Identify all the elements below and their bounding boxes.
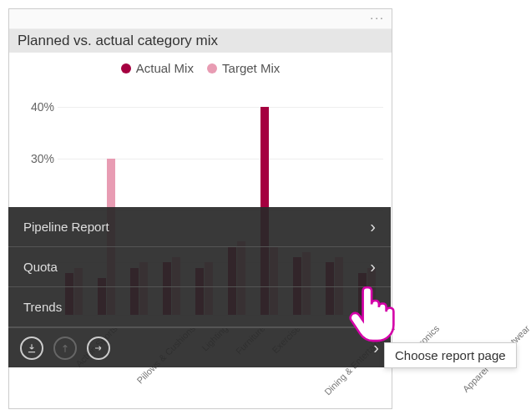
menu-item-label: Quota [23, 260, 58, 274]
x-label: Apparel and Footwear [460, 323, 531, 421]
legend-target: Target Mix [207, 61, 280, 75]
menu-item-quota[interactable]: Quota › [8, 247, 391, 287]
card-header: ··· [9, 9, 392, 29]
y-tick: 40% [31, 100, 54, 114]
legend-label-actual: Actual Mix [136, 61, 194, 75]
legend-actual: Actual Mix [121, 61, 194, 75]
report-page-menu: Pipeline Report › Quota › Trends › › [8, 207, 391, 367]
tooltip-choose-report-page: Choose report page [384, 342, 517, 368]
cursor-hand-icon [349, 282, 396, 342]
legend-label-target: Target Mix [222, 61, 280, 75]
legend-dot-target [207, 63, 217, 73]
menu-item-label: Pipeline Report [23, 220, 109, 234]
chevron-right-icon: › [370, 257, 376, 276]
legend: Actual Mix Target Mix [9, 53, 392, 81]
menu-item-label: Trends [23, 300, 62, 314]
tooltip-text: Choose report page [395, 348, 506, 362]
chart-title: Planned vs. actual category mix [9, 29, 392, 53]
y-tick: 30% [31, 152, 54, 165]
download-icon[interactable] [20, 337, 43, 360]
forward-icon[interactable] [87, 337, 110, 360]
chevron-right-icon: › [370, 217, 376, 236]
overlay-footer: › [8, 327, 391, 367]
menu-item-trends[interactable]: Trends › [8, 287, 391, 327]
menu-item-pipeline-report[interactable]: Pipeline Report › [8, 207, 391, 247]
up-icon [53, 337, 77, 360]
legend-dot-actual [121, 63, 131, 73]
more-icon[interactable]: ··· [370, 11, 385, 24]
